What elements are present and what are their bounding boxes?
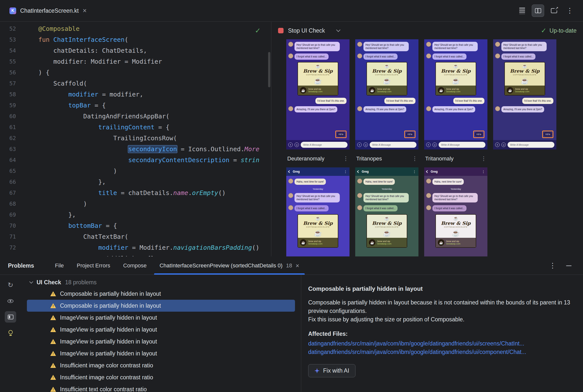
editor-list-button[interactable] — [516, 4, 528, 17]
preview-card[interactable]: Greg⋮ Haha, next time for sure! Yesterda… — [355, 168, 418, 256]
code-line: 64 secondaryContentDescription = strin — [0, 155, 271, 166]
coffee-cup-icon: ☕ — [506, 64, 544, 68]
problem-item[interactable]: !ImageView is partially hidden in layout — [21, 312, 301, 324]
tool-window-rail: ↻ — [0, 275, 21, 392]
avatar — [426, 106, 431, 111]
code-line: 63 secondaryIcon = Icons.Outlined.More — [0, 144, 271, 155]
uicheck-preview-panel: Stop UI Check ✓ Up-to-date Hey! Should w… — [271, 22, 583, 256]
coffee-cup-icon: ☕ — [437, 64, 475, 68]
message-input: Write A Message — [370, 142, 416, 148]
kebab-icon[interactable]: ⋮ — [481, 156, 486, 162]
coffee-photo: ☕ — [436, 76, 476, 86]
more-options-button[interactable]: ⋮ — [563, 4, 576, 17]
message-input: Write A Message — [508, 142, 554, 148]
problem-item[interactable]: !ImageView is partially hidden in layout — [21, 348, 301, 360]
tab-compose[interactable]: Compose — [117, 257, 153, 274]
brew-sip-card: ☕Brew & SipCOFFEE&CHOCOLATE☕☕brew and si… — [435, 62, 476, 96]
code-line: onAddClick = {} — [0, 253, 271, 256]
problem-item[interactable]: !Insufficient image color contrast ratio — [21, 371, 301, 383]
chat-message: I forgot what it was called... — [357, 205, 416, 212]
affected-file-link[interactable]: datingandfriends/src/main/java/com/ibm/g… — [308, 339, 572, 348]
chat-message: Hey! Should we go to that cafe you menti… — [495, 42, 554, 51]
preview-card[interactable]: Hey! Should we go to that cafe you menti… — [286, 39, 350, 150]
inspections-ok-icon[interactable]: ✓ — [255, 25, 260, 36]
check-icon: ✓ — [541, 26, 547, 34]
problem-item-selected[interactable]: !Composable is partially hidden in layou… — [27, 300, 295, 312]
preview-card[interactable]: Hey! Should we go to that cafe you menti… — [493, 39, 556, 150]
preview-label: Deuteranomaly⋮ — [286, 155, 350, 163]
eye-icon — [8, 299, 14, 303]
code-line: 60 DatingAndFriendsAppBar( — [0, 111, 271, 122]
avatar — [426, 193, 431, 198]
problem-item[interactable]: !ImageView is partially hidden in layout — [21, 324, 301, 336]
kebab-icon[interactable]: ⋮ — [343, 156, 349, 162]
code-line: 58 modifier = modifier, — [0, 89, 271, 100]
detach-editor-button[interactable]: ↗ — [548, 4, 560, 17]
avatar — [495, 42, 500, 47]
warning-icon: ! — [50, 387, 56, 392]
close-icon[interactable]: × — [296, 262, 299, 270]
add-icon: + — [426, 142, 431, 147]
preview-toggle-button[interactable] — [5, 295, 16, 307]
tab-file[interactable]: File — [49, 257, 70, 274]
editor-scrollbar[interactable] — [268, 52, 270, 87]
code-line: 57 Scaffold( — [0, 78, 271, 89]
coffee-cup-icon: ☕ — [369, 87, 375, 94]
code-line: 65 ) — [0, 166, 271, 176]
stop-icon[interactable] — [278, 28, 283, 33]
coffee-cup-icon: ☕ — [369, 239, 375, 246]
problem-item[interactable]: !Insufficient text color contrast ratio — [21, 383, 301, 392]
preview-card[interactable]: Hey! Should we go to that cafe you menti… — [355, 39, 418, 150]
chat-message: I'd love that! It's this one. — [453, 98, 484, 104]
preview-card[interactable]: Greg⋮ Haha, next time for sure! Yesterda… — [424, 168, 487, 256]
problem-fix-hint: Fix this issue by adjusting the size or … — [308, 315, 572, 324]
problem-item[interactable]: !Composable is partially hidden in layou… — [21, 288, 301, 300]
coffee-cup-icon: ☕ — [299, 216, 337, 220]
editor-tab[interactable]: K ChatInterfaceScreen.kt × — [7, 0, 89, 22]
fix-with-ai-button[interactable]: Fix with AI — [308, 364, 356, 377]
tab-chatinterfacescreen-preview[interactable]: ChatInterfaceScreenPreview (sortedChatDe… — [153, 257, 306, 274]
preview-card[interactable]: Hey! Should we go to that cafe you menti… — [424, 39, 487, 150]
problem-item[interactable]: !Insufficient image color contrast ratio — [21, 360, 301, 371]
code-line: 72 modifier = Modifier.navigationBarsPad… — [0, 242, 271, 253]
refresh-button[interactable]: ↻ — [5, 279, 16, 291]
brew-sip-card: ☕Brew & SipCOFFEE&CHOCOLATE☕☕brew and si… — [366, 62, 407, 96]
chevron-down-icon[interactable] — [29, 280, 33, 284]
uicheck-highlight-box: I'd lo — [404, 130, 415, 138]
quickfix-button[interactable] — [5, 327, 16, 338]
avatar — [357, 205, 362, 210]
warning-icon: ! — [50, 327, 56, 332]
kebab-icon[interactable]: ⋮ — [549, 262, 556, 269]
tab-project-errors[interactable]: Project Errors — [70, 257, 117, 274]
split-editor-button[interactable] — [532, 4, 544, 17]
avatar — [288, 42, 293, 47]
chat-message: Hey! Should we go to that cafe you menti… — [288, 193, 348, 202]
details-pane-button[interactable] — [5, 311, 16, 322]
kebab-icon[interactable]: ⋮ — [412, 156, 417, 162]
coffee-photo: ☕ — [298, 76, 338, 86]
coffee-photo: ☕ — [436, 228, 476, 238]
minimize-icon[interactable] — [566, 266, 571, 266]
warning-icon: ! — [50, 303, 56, 308]
tool-window-title[interactable]: Problems — [8, 262, 39, 269]
chevron-down-icon[interactable] — [336, 28, 341, 32]
stop-ui-check-button[interactable]: Stop UI Check — [288, 27, 325, 34]
emoji-icon: ☺ — [432, 142, 437, 147]
problem-description: Composable is partially hidden in layout… — [308, 298, 572, 315]
chat-message: I forgot what it was called... — [357, 54, 416, 60]
code-line: 69 }, — [0, 210, 271, 220]
problem-group-header[interactable]: UI Check 18 problems — [21, 277, 301, 288]
close-icon[interactable]: × — [83, 8, 87, 14]
problem-item[interactable]: !ImageView is partially hidden in layout — [21, 336, 301, 348]
code-editor[interactable]: 52@Composable 53fun ChatInterfaceScreen(… — [0, 22, 271, 256]
affected-file-link[interactable]: datingandfriends/src/main/java/com/ibm/g… — [308, 348, 572, 356]
brew-sip-card: ☕Brew & SipCOFFEE&CHOCOLATE☕☕brew and si… — [298, 62, 338, 96]
message-bar: +☺Write A Message — [355, 140, 418, 150]
kebab-icon: ⋮ — [344, 170, 347, 174]
chat-message: Hey! Should we go to that cafe you menti… — [426, 42, 485, 51]
window-top-bar: K ChatInterfaceScreen.kt × ↗ ⋮ — [0, 0, 583, 22]
code-line: 67 title = chatDetails.name.orEmpty() — [0, 188, 271, 198]
preview-card[interactable]: Greg⋮ Haha, next time for sure! Yesterda… — [286, 168, 350, 256]
back-icon — [357, 170, 360, 173]
avatar — [357, 178, 362, 184]
